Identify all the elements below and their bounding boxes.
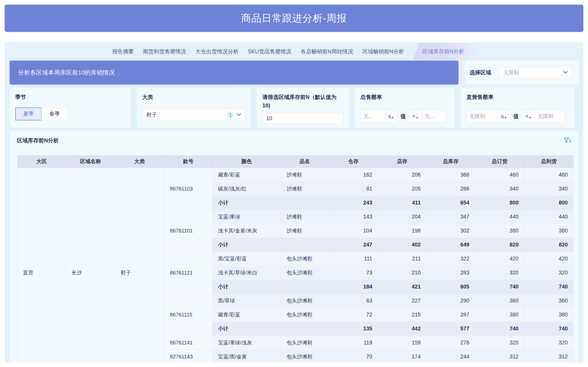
table-cell: 宝蓝/果绿 (212, 210, 281, 224)
table-cell: 320 (524, 266, 574, 280)
category-select-value: 鞋子 (147, 111, 227, 118)
min-value-input[interactable]: 无限制 (467, 110, 497, 123)
table-cell: 227 (378, 294, 426, 308)
category-select[interactable]: 鞋子 1 (142, 109, 245, 121)
season-option-spring[interactable]: 春季 (42, 108, 68, 120)
direct-sellout-filter-card: 直营售罄率 无限制 ≤▼ 值 <▼ 无限制 (461, 88, 575, 128)
table-cell: 654 (426, 196, 475, 210)
table-cell: 藏青/彩蓝 (212, 308, 281, 322)
table-cell: 347 (426, 210, 475, 224)
table-cell: 黑/草绿 (212, 294, 281, 308)
min-operator-select[interactable]: ≤▼ (384, 110, 398, 123)
table-cell: 286 (426, 182, 475, 196)
inventory-table-card: 区域库存前N分析 大区区域名称大类款号颜色品名仓存店存总库存总订货总到货 直营长… (10, 131, 578, 363)
table-cell: 174 (378, 350, 426, 363)
table-cell: 包头沙滩鞋 (281, 336, 329, 350)
tab-报告摘要[interactable]: 报告摘要 (112, 48, 134, 55)
category-label: 大类 (142, 93, 245, 101)
section-banner: 分析各区域本周库区前10的库销情况 (10, 61, 458, 84)
banner-row: 分析各区域本周库区前10的库销情况 选择区域 无限制 (10, 61, 579, 84)
tab-各店畅销前N周转情况[interactable]: 各店畅销前N周转情况 (301, 48, 353, 55)
table-cell: 小计 (212, 322, 329, 336)
table-cell: 浅卡其/草绿/米白 (212, 266, 281, 280)
table-cell: 740 (524, 280, 574, 294)
page-title: 商品日常跟进分析-周报 (241, 12, 347, 25)
table-cell: 104 (329, 224, 378, 238)
table-cell: 81 (329, 182, 378, 196)
table-cell: 沙滩鞋 (281, 224, 329, 238)
table-cell: 442 (378, 322, 426, 336)
total-sellout-filter-card: 总售罄率 无... ≤▼ 值 <▼ 无... (355, 88, 455, 128)
table-cell: 402 (378, 238, 426, 252)
column-header-总到货: 总到货 (524, 155, 574, 168)
table-cell: 247 (329, 238, 378, 252)
table-cell: 包头沙滩鞋 (281, 266, 329, 280)
tab-大仓出货情况分析[interactable]: 大仓出货情况分析 (195, 48, 239, 55)
table-cell: 243 (329, 196, 378, 210)
tab-active-区域库存前N分析[interactable]: 区域库存前N分析 (413, 43, 476, 60)
table-cell: 206 (378, 168, 426, 182)
table-cell: 340 (475, 182, 524, 196)
table-cell: 119 (329, 336, 378, 350)
tab-期货到货售罄情况[interactable]: 期货到货售罄情况 (143, 48, 186, 55)
max-operator-select[interactable]: <▼ (522, 110, 535, 123)
column-header-区域名称: 区域名称 (66, 155, 115, 168)
total-sellout-range: 无... ≤▼ 值 <▼ 无... (360, 110, 449, 123)
operator-glyph: ≤ (388, 113, 391, 119)
table-cell: 360 (475, 294, 524, 308)
max-operator-select[interactable]: <▼ (409, 110, 422, 123)
table-cell: 421 (378, 280, 426, 294)
table-cell: 159 (378, 336, 426, 350)
table-cell: 73 (329, 266, 378, 280)
section-banner-text: 分析各区域本周库区前10的库销情况 (18, 68, 115, 77)
season-option-summer[interactable]: 夏季 (15, 108, 42, 120)
max-value-input[interactable]: 无限制 (535, 110, 565, 123)
table-cell: 740 (475, 280, 524, 294)
tab-区域畅销前N分析[interactable]: 区域畅销前N分析 (363, 48, 404, 55)
table-cell: 63 (329, 294, 378, 308)
table-cell: 411 (378, 196, 426, 210)
table-cell: 210 (378, 266, 426, 280)
table-cell: 302 (426, 224, 475, 238)
table-cell: 111 (329, 252, 378, 266)
table-cell: 380 (475, 224, 524, 238)
column-header-总订货: 总订货 (475, 155, 524, 168)
table-cell: 577 (426, 322, 475, 336)
region-select[interactable]: 无限制 (499, 66, 572, 79)
table-cell: 312 (524, 350, 574, 363)
table-cell: 碳灰/浅灰/红 (212, 182, 281, 196)
column-header-仓存: 仓存 (329, 155, 378, 168)
table-cell: 宝蓝/果绿/浅灰 (212, 336, 281, 350)
season-label: 季节 (15, 93, 125, 101)
season-filter-card: 季节 夏季 春季 (10, 88, 131, 128)
column-header-款号: 款号 (164, 155, 212, 168)
min-operator-select[interactable]: ≤▼ (497, 110, 510, 123)
tab-SKU货品售罄情况[interactable]: SKU货品售罄情况 (248, 48, 291, 55)
table-cell: 740 (475, 322, 524, 336)
chevron-down-icon (563, 71, 568, 74)
table-cell: 380 (524, 308, 574, 322)
max-value-input[interactable]: 无... (422, 110, 446, 123)
table-cell: 290 (426, 294, 475, 308)
topn-label: 请筛选区域库存前N（默认值为10) (262, 93, 343, 110)
table-cell: 宝蓝/黑/金黄 (212, 350, 281, 363)
table-cell: 460 (475, 168, 524, 182)
min-value-input[interactable]: 无... (361, 110, 384, 123)
filter-icon[interactable] (562, 136, 571, 146)
topn-input[interactable] (262, 113, 343, 124)
table-cell: 包头沙滩鞋 (281, 294, 329, 308)
range-value-label: 值 (400, 113, 406, 120)
total-sellout-label: 总售罄率 (360, 93, 449, 101)
table-cell: 70 (329, 350, 378, 363)
table-cell: 86761115 (164, 294, 212, 336)
table-cell: 605 (426, 280, 475, 294)
table-cell: 649 (426, 238, 475, 252)
season-button-group: 夏季 春季 (15, 108, 68, 120)
table-cell: 浅卡其/金黄/米灰 (212, 224, 281, 238)
table-cell: 312 (475, 350, 524, 363)
region-filter-label: 选择区域 (469, 69, 491, 76)
report-panel: 报告摘要期货到货售罄情况大仓出货情况分析SKU货品售罄情况各店畅销前N周转情况区… (5, 42, 583, 363)
table-cell: 244 (426, 350, 475, 363)
table-cell: 86761101 (164, 210, 212, 252)
table-cell: 135 (329, 322, 378, 336)
